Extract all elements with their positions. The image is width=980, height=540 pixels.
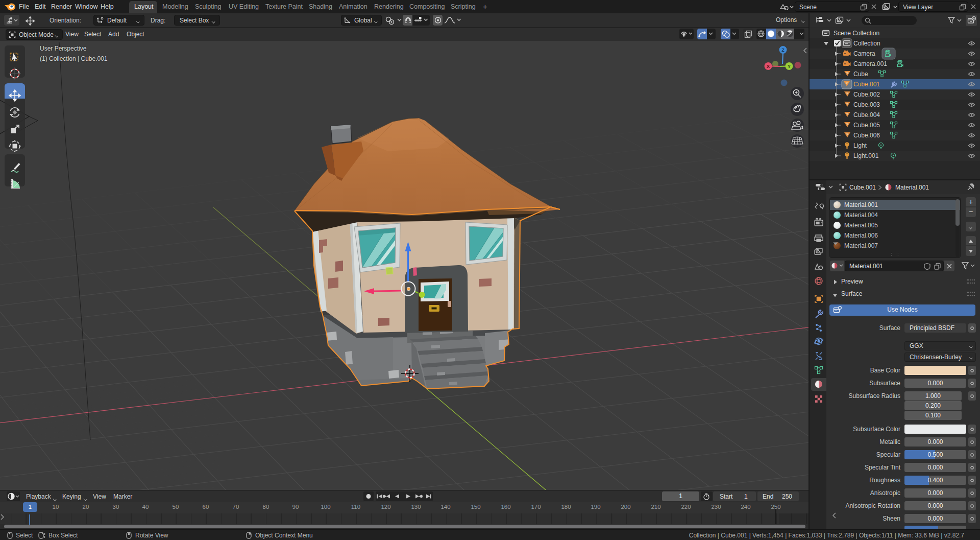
svg-text:X: X [767, 64, 770, 69]
svg-text:Y: Y [788, 64, 791, 69]
svg-text:Z: Z [781, 48, 785, 53]
